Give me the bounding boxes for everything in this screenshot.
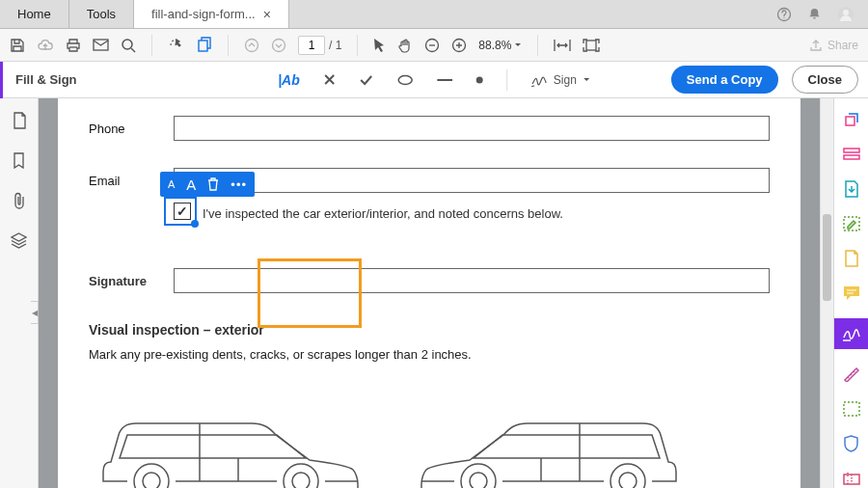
page-down-icon[interactable] bbox=[271, 38, 286, 53]
pdf-page[interactable]: Phone Email A A ••• ✓ I've i bbox=[58, 98, 800, 488]
section-desc: Mark any pre-existing dents, cracks, or … bbox=[89, 347, 770, 362]
tab-tools[interactable]: Tools bbox=[69, 0, 134, 28]
user-avatar-icon[interactable] bbox=[837, 6, 854, 23]
car-side-right bbox=[411, 394, 691, 488]
layers-icon[interactable] bbox=[11, 232, 27, 249]
close-tab-icon[interactable]: × bbox=[263, 7, 271, 22]
dot-tool[interactable] bbox=[475, 76, 483, 84]
checkmark-annotation[interactable]: ✓ bbox=[174, 203, 191, 220]
copy-icon[interactable] bbox=[197, 37, 212, 53]
tab-home[interactable]: Home bbox=[0, 0, 69, 28]
svg-point-5 bbox=[122, 40, 132, 49]
fill-sign-bar: Fill & Sign |Ab Sign Send a Copy Close bbox=[0, 62, 868, 98]
attachment-icon[interactable] bbox=[13, 192, 26, 209]
page-up-icon[interactable] bbox=[244, 38, 259, 53]
svg-rect-23 bbox=[846, 117, 854, 125]
annotation-toolbar: A A ••• bbox=[160, 172, 255, 197]
svg-point-21 bbox=[461, 464, 496, 488]
help-icon[interactable] bbox=[776, 7, 792, 22]
page-current-input[interactable] bbox=[298, 36, 325, 55]
text-tool[interactable]: |Ab bbox=[278, 72, 300, 88]
svg-point-8 bbox=[273, 39, 285, 51]
create-pdf-icon[interactable] bbox=[842, 249, 861, 268]
left-nav-rail: ◀ bbox=[0, 98, 39, 488]
tab-document-title: fill-and-sign-form... bbox=[151, 7, 256, 21]
organize-icon[interactable] bbox=[842, 399, 861, 419]
email-field[interactable] bbox=[174, 168, 770, 193]
close-button[interactable]: Close bbox=[792, 66, 858, 94]
measure-icon[interactable] bbox=[842, 365, 861, 384]
signature-field[interactable] bbox=[174, 268, 770, 293]
print-icon[interactable] bbox=[66, 38, 81, 53]
thumbnails-icon[interactable] bbox=[12, 112, 27, 129]
vertical-scrollbar[interactable] bbox=[820, 98, 833, 488]
svg-point-14 bbox=[475, 76, 482, 83]
car-side-left bbox=[89, 394, 368, 488]
cloud-icon[interactable] bbox=[37, 38, 54, 53]
hand-icon[interactable] bbox=[397, 38, 413, 53]
svg-rect-11 bbox=[586, 41, 596, 50]
send-copy-button[interactable]: Send a Copy bbox=[671, 66, 778, 94]
decrease-size-button[interactable]: A bbox=[168, 178, 175, 190]
zoom-dropdown[interactable]: 88.8% bbox=[478, 39, 522, 52]
car-diagrams bbox=[89, 394, 770, 488]
zoom-out-icon[interactable] bbox=[424, 38, 440, 53]
svg-point-3 bbox=[843, 10, 849, 15]
share-button[interactable]: Share bbox=[809, 39, 858, 52]
tab-document[interactable]: fill-and-sign-form... × bbox=[134, 0, 289, 28]
svg-point-17 bbox=[284, 464, 318, 488]
zoom-in-icon[interactable] bbox=[451, 38, 467, 53]
comment-icon[interactable] bbox=[842, 284, 861, 303]
resize-handle[interactable] bbox=[191, 220, 199, 228]
sign-tool[interactable]: Sign bbox=[530, 73, 590, 87]
save-icon[interactable] bbox=[10, 38, 25, 53]
mail-icon[interactable] bbox=[93, 39, 109, 52]
increase-size-button[interactable]: A bbox=[186, 176, 196, 193]
main-toolbar: / 1 88.8% Share bbox=[0, 29, 868, 62]
fit-page-icon[interactable] bbox=[583, 39, 600, 52]
phone-label: Phone bbox=[89, 122, 174, 136]
tabs-bar: Home Tools fill-and-sign-form... × bbox=[0, 0, 868, 29]
window-controls bbox=[763, 0, 868, 28]
svg-rect-24 bbox=[844, 149, 859, 152]
more-options-icon[interactable]: ••• bbox=[231, 177, 247, 192]
share-icon bbox=[809, 39, 823, 52]
svg-rect-27 bbox=[844, 402, 859, 416]
form-icon[interactable] bbox=[842, 145, 861, 164]
document-area: Phone Email A A ••• ✓ I've i bbox=[39, 98, 820, 488]
fill-sign-title: Fill & Sign bbox=[15, 72, 77, 87]
svg-point-7 bbox=[246, 39, 258, 51]
svg-point-18 bbox=[292, 473, 310, 488]
x-mark-tool[interactable] bbox=[323, 73, 336, 86]
rotate-icon[interactable] bbox=[842, 110, 861, 129]
share-label: Share bbox=[827, 39, 858, 52]
export-pdf-icon[interactable] bbox=[842, 179, 861, 199]
signature-label: Signature bbox=[89, 274, 174, 288]
phone-field[interactable] bbox=[174, 116, 770, 141]
tab-tools-label: Tools bbox=[87, 7, 116, 21]
accent-stripe bbox=[0, 62, 3, 98]
bell-icon[interactable] bbox=[807, 7, 822, 21]
fill-sign-rail-icon[interactable] bbox=[834, 318, 869, 349]
zoom-level-label: 88.8% bbox=[478, 39, 511, 52]
svg-rect-6 bbox=[199, 41, 207, 51]
search-icon[interactable] bbox=[121, 38, 136, 53]
collapse-left-icon[interactable]: ◀ bbox=[31, 301, 39, 324]
edit-pdf-icon[interactable] bbox=[842, 214, 861, 233]
pointer-icon[interactable] bbox=[373, 38, 386, 53]
delete-annotation-icon[interactable] bbox=[207, 177, 219, 191]
svg-point-1 bbox=[783, 16, 784, 17]
fill-sign-tools: |Ab Sign bbox=[278, 69, 590, 91]
circle-tool[interactable] bbox=[396, 74, 414, 86]
bookmark-icon[interactable] bbox=[13, 152, 25, 169]
line-tool[interactable] bbox=[437, 78, 452, 82]
fit-width-icon[interactable] bbox=[554, 39, 571, 52]
page-indicator: / 1 bbox=[298, 36, 341, 55]
scrollbar-thumb[interactable] bbox=[823, 214, 831, 301]
inspect-checkbox[interactable]: A A ••• ✓ bbox=[174, 203, 195, 224]
compress-icon[interactable] bbox=[842, 469, 861, 488]
checkmark-tool[interactable] bbox=[359, 74, 373, 86]
selection-tool-icon[interactable] bbox=[168, 37, 185, 54]
protect-icon[interactable] bbox=[842, 434, 861, 453]
svg-point-16 bbox=[143, 473, 160, 488]
